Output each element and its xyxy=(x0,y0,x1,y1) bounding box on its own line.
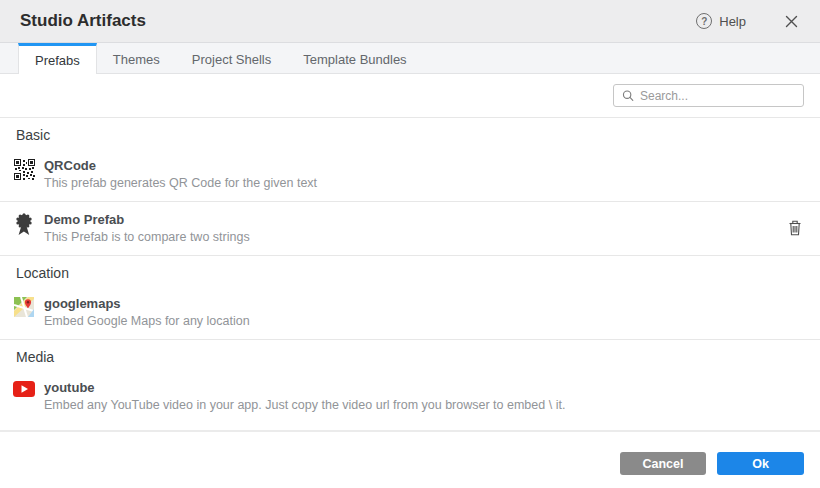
section-header-media: Media xyxy=(0,340,820,370)
section-header-location: Location xyxy=(0,256,820,286)
item-text: googlemaps Embed Google Maps for any loc… xyxy=(44,296,250,328)
list-item-youtube[interactable]: youtube Embed any YouTube video in your … xyxy=(0,370,820,423)
item-text: youtube Embed any YouTube video in your … xyxy=(44,380,565,412)
tab-prefabs[interactable]: Prefabs xyxy=(18,43,97,74)
item-title: Demo Prefab xyxy=(44,212,250,227)
item-description: Embed Google Maps for any location xyxy=(44,314,250,328)
help-label: Help xyxy=(719,14,746,29)
tab-template-bundles[interactable]: Template Bundles xyxy=(287,43,422,73)
item-description: This prefab generates QR Code for the gi… xyxy=(44,176,317,190)
youtube-icon xyxy=(12,381,36,397)
tab-themes[interactable]: Themes xyxy=(97,43,176,73)
search-icon xyxy=(622,89,634,102)
item-description: Embed any YouTube video in your app. Jus… xyxy=(44,398,565,412)
cancel-button[interactable]: Cancel xyxy=(620,452,706,475)
item-text: Demo Prefab This Prefab is to compare tw… xyxy=(44,212,250,244)
prefabs-panel: Basic xyxy=(0,74,820,430)
search-input[interactable] xyxy=(640,89,795,103)
list-item-googlemaps[interactable]: googlemaps Embed Google Maps for any loc… xyxy=(0,286,820,340)
delete-prefab-button[interactable] xyxy=(786,218,804,238)
googlemaps-icon xyxy=(12,297,36,317)
list-item-demo-prefab[interactable]: Demo Prefab This Prefab is to compare tw… xyxy=(0,202,820,256)
dialog-footer: Cancel Ok xyxy=(0,430,820,488)
tab-project-shells[interactable]: Project Shells xyxy=(176,43,287,73)
item-title: QRCode xyxy=(44,158,317,173)
search-row xyxy=(0,74,820,118)
dialog-header: Studio Artifacts ? Help xyxy=(0,0,820,43)
item-text: QRCode This prefab generates QR Code for… xyxy=(44,158,317,190)
section-header-basic: Basic xyxy=(0,118,820,148)
header-actions: ? Help xyxy=(696,12,800,30)
search-box xyxy=(613,84,804,107)
help-icon: ? xyxy=(696,13,712,29)
ok-button[interactable]: Ok xyxy=(717,452,804,475)
item-title: googlemaps xyxy=(44,296,250,311)
item-title: youtube xyxy=(44,380,565,395)
list-item-qrcode[interactable]: QRCode This prefab generates QR Code for… xyxy=(0,148,820,202)
help-button[interactable]: ? Help xyxy=(696,13,746,29)
close-icon[interactable] xyxy=(782,12,800,30)
item-description: This Prefab is to compare two strings xyxy=(44,230,250,244)
trash-icon xyxy=(788,220,802,236)
ribbon-icon xyxy=(12,213,36,237)
tab-bar: Prefabs Themes Project Shells Template B… xyxy=(0,43,820,74)
studio-artifacts-dialog: Studio Artifacts ? Help Prefabs Themes P… xyxy=(0,0,820,488)
page-title: Studio Artifacts xyxy=(20,11,146,31)
qrcode-icon xyxy=(12,159,36,180)
